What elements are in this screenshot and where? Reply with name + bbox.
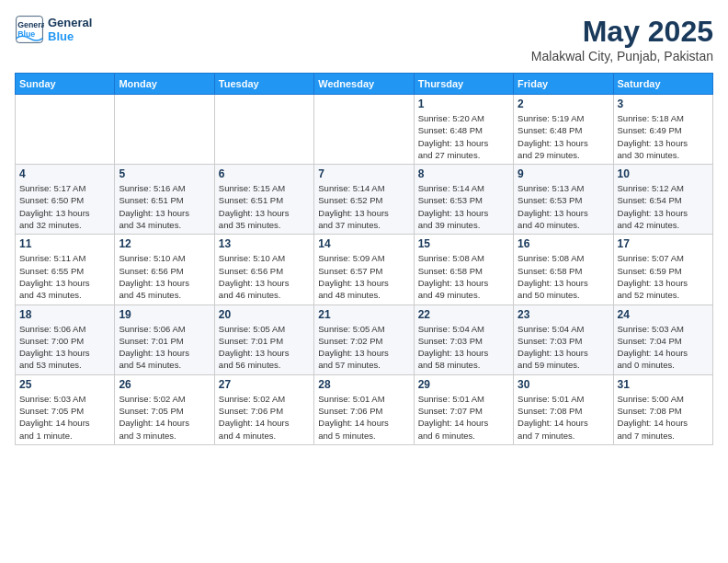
calendar-week-row: 18Sunrise: 5:06 AMSunset: 7:00 PMDayligh…: [16, 304, 713, 374]
calendar-cell: 2Sunrise: 5:19 AMSunset: 6:48 PMDaylight…: [514, 95, 613, 165]
calendar-cell: [115, 95, 214, 165]
day-number: 16: [518, 237, 609, 250]
day-info: Sunrise: 5:01 AMSunset: 7:08 PMDaylight:…: [518, 393, 609, 442]
day-info: Sunrise: 5:02 AMSunset: 7:06 PMDaylight:…: [219, 393, 310, 442]
day-info: Sunrise: 5:15 AMSunset: 6:51 PMDaylight:…: [219, 182, 310, 231]
calendar-cell: 5Sunrise: 5:16 AMSunset: 6:51 PMDaylight…: [115, 165, 214, 235]
day-number: 14: [318, 237, 409, 250]
day-number: 31: [618, 378, 709, 391]
calendar-cell: 10Sunrise: 5:12 AMSunset: 6:54 PMDayligh…: [613, 165, 712, 235]
logo-general: General: [48, 16, 92, 29]
day-info: Sunrise: 5:00 AMSunset: 7:08 PMDaylight:…: [618, 393, 709, 442]
day-number: 19: [119, 308, 210, 321]
svg-text:General: General: [17, 20, 44, 29]
day-info: Sunrise: 5:14 AMSunset: 6:53 PMDaylight:…: [418, 182, 509, 231]
weekday-header-wednesday: Wednesday: [314, 74, 414, 95]
calendar-cell: [314, 95, 414, 165]
calendar-cell: 7Sunrise: 5:14 AMSunset: 6:52 PMDaylight…: [314, 165, 414, 235]
calendar-cell: [16, 95, 115, 165]
day-info: Sunrise: 5:03 AMSunset: 7:04 PMDaylight:…: [618, 323, 709, 372]
calendar-cell: 1Sunrise: 5:20 AMSunset: 6:48 PMDaylight…: [414, 95, 513, 165]
calendar-cell: 30Sunrise: 5:01 AMSunset: 7:08 PMDayligh…: [514, 374, 613, 444]
calendar-cell: 15Sunrise: 5:08 AMSunset: 6:58 PMDayligh…: [414, 235, 513, 304]
calendar-cell: 24Sunrise: 5:03 AMSunset: 7:04 PMDayligh…: [613, 304, 712, 374]
calendar-table: SundayMondayTuesdayWednesdayThursdayFrid…: [15, 73, 713, 445]
day-number: 23: [518, 308, 609, 321]
calendar-cell: 19Sunrise: 5:06 AMSunset: 7:01 PMDayligh…: [115, 304, 214, 374]
calendar-cell: 25Sunrise: 5:03 AMSunset: 7:05 PMDayligh…: [16, 374, 115, 444]
day-info: Sunrise: 5:07 AMSunset: 6:59 PMDaylight:…: [618, 252, 709, 301]
day-info: Sunrise: 5:11 AMSunset: 6:55 PMDaylight:…: [19, 252, 110, 301]
day-number: 4: [19, 167, 110, 180]
calendar-cell: 16Sunrise: 5:08 AMSunset: 6:58 PMDayligh…: [514, 235, 613, 304]
day-number: 20: [219, 308, 310, 321]
calendar-cell: 20Sunrise: 5:05 AMSunset: 7:01 PMDayligh…: [214, 304, 313, 374]
location-subtitle: Malakwal City, Punjab, Pakistan: [531, 49, 713, 63]
calendar-week-row: 1Sunrise: 5:20 AMSunset: 6:48 PMDaylight…: [16, 95, 713, 165]
calendar-cell: 8Sunrise: 5:14 AMSunset: 6:53 PMDaylight…: [414, 165, 513, 235]
calendar-cell: 14Sunrise: 5:09 AMSunset: 6:57 PMDayligh…: [314, 235, 414, 304]
day-number: 7: [318, 167, 409, 180]
day-number: 17: [618, 237, 709, 250]
day-number: 2: [518, 98, 609, 110]
calendar-week-row: 25Sunrise: 5:03 AMSunset: 7:05 PMDayligh…: [16, 374, 713, 444]
day-info: Sunrise: 5:16 AMSunset: 6:51 PMDaylight:…: [119, 182, 210, 231]
day-number: 25: [19, 378, 110, 391]
logo-blue: Blue: [48, 29, 92, 43]
day-number: 24: [618, 308, 709, 321]
day-number: 21: [318, 308, 409, 321]
day-info: Sunrise: 5:20 AMSunset: 6:48 PMDaylight:…: [418, 112, 509, 161]
calendar-cell: 17Sunrise: 5:07 AMSunset: 6:59 PMDayligh…: [613, 235, 712, 304]
calendar-cell: 29Sunrise: 5:01 AMSunset: 7:07 PMDayligh…: [414, 374, 513, 444]
day-number: 12: [119, 237, 210, 250]
weekday-header-sunday: Sunday: [16, 74, 115, 95]
day-number: 8: [418, 167, 509, 180]
day-info: Sunrise: 5:10 AMSunset: 6:56 PMDaylight:…: [119, 252, 210, 301]
day-number: 6: [219, 167, 310, 180]
day-info: Sunrise: 5:18 AMSunset: 6:49 PMDaylight:…: [618, 112, 709, 161]
day-info: Sunrise: 5:04 AMSunset: 7:03 PMDaylight:…: [418, 323, 509, 372]
day-number: 9: [518, 167, 609, 180]
day-number: 13: [219, 237, 310, 250]
calendar-cell: 13Sunrise: 5:10 AMSunset: 6:56 PMDayligh…: [214, 235, 313, 304]
day-number: 1: [418, 98, 509, 110]
day-number: 10: [618, 167, 709, 180]
calendar-cell: 28Sunrise: 5:01 AMSunset: 7:06 PMDayligh…: [314, 374, 414, 444]
calendar-cell: 6Sunrise: 5:15 AMSunset: 6:51 PMDaylight…: [214, 165, 313, 235]
calendar-cell: 9Sunrise: 5:13 AMSunset: 6:53 PMDaylight…: [514, 165, 613, 235]
day-info: Sunrise: 5:01 AMSunset: 7:07 PMDaylight:…: [418, 393, 509, 442]
calendar-week-row: 4Sunrise: 5:17 AMSunset: 6:50 PMDaylight…: [16, 165, 713, 235]
day-number: 26: [119, 378, 210, 391]
day-number: 11: [19, 237, 110, 250]
day-info: Sunrise: 5:10 AMSunset: 6:56 PMDaylight:…: [219, 252, 310, 301]
logo-icon: General Blue: [15, 15, 44, 44]
day-number: 27: [219, 378, 310, 391]
calendar-cell: 21Sunrise: 5:05 AMSunset: 7:02 PMDayligh…: [314, 304, 414, 374]
day-info: Sunrise: 5:14 AMSunset: 6:52 PMDaylight:…: [318, 182, 409, 231]
day-info: Sunrise: 5:03 AMSunset: 7:05 PMDaylight:…: [19, 393, 110, 442]
calendar-cell: 12Sunrise: 5:10 AMSunset: 6:56 PMDayligh…: [115, 235, 214, 304]
weekday-header-row: SundayMondayTuesdayWednesdayThursdayFrid…: [16, 74, 713, 95]
day-info: Sunrise: 5:06 AMSunset: 7:00 PMDaylight:…: [19, 323, 110, 372]
day-info: Sunrise: 5:02 AMSunset: 7:05 PMDaylight:…: [119, 393, 210, 442]
day-info: Sunrise: 5:06 AMSunset: 7:01 PMDaylight:…: [119, 323, 210, 372]
day-info: Sunrise: 5:13 AMSunset: 6:53 PMDaylight:…: [518, 182, 609, 231]
calendar-cell: 11Sunrise: 5:11 AMSunset: 6:55 PMDayligh…: [16, 235, 115, 304]
calendar-cell: 3Sunrise: 5:18 AMSunset: 6:49 PMDaylight…: [613, 95, 712, 165]
calendar-cell: [214, 95, 313, 165]
title-block: May 2025 Malakwal City, Punjab, Pakistan: [531, 15, 713, 63]
day-info: Sunrise: 5:01 AMSunset: 7:06 PMDaylight:…: [318, 393, 409, 442]
calendar-cell: 4Sunrise: 5:17 AMSunset: 6:50 PMDaylight…: [16, 165, 115, 235]
day-info: Sunrise: 5:08 AMSunset: 6:58 PMDaylight:…: [418, 252, 509, 301]
weekday-header-saturday: Saturday: [613, 74, 712, 95]
calendar-cell: 22Sunrise: 5:04 AMSunset: 7:03 PMDayligh…: [414, 304, 513, 374]
day-info: Sunrise: 5:09 AMSunset: 6:57 PMDaylight:…: [318, 252, 409, 301]
day-number: 5: [119, 167, 210, 180]
day-number: 28: [318, 378, 409, 391]
day-info: Sunrise: 5:05 AMSunset: 7:02 PMDaylight:…: [318, 323, 409, 372]
day-number: 29: [418, 378, 509, 391]
day-number: 15: [418, 237, 509, 250]
day-number: 18: [19, 308, 110, 321]
day-info: Sunrise: 5:17 AMSunset: 6:50 PMDaylight:…: [19, 182, 110, 231]
day-info: Sunrise: 5:12 AMSunset: 6:54 PMDaylight:…: [618, 182, 709, 231]
